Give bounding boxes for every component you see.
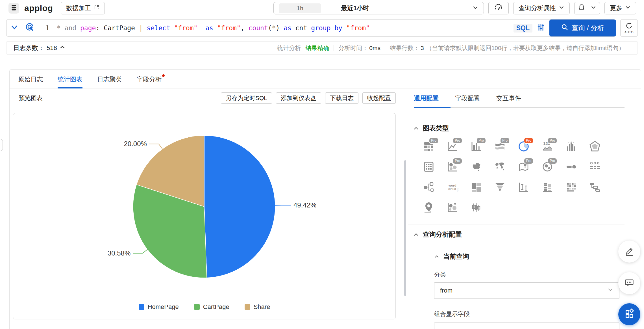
limit-note: （当前请求默认限制返回100行，若要获取更多结果，请自行添加limit语句） <box>426 44 625 52</box>
tab-raw-logs[interactable]: 原始日志 <box>18 75 43 88</box>
chart-type-histogram-icon[interactable] <box>565 140 578 153</box>
chart-type-word-cloud-icon[interactable]: wordcloud123 <box>446 181 459 194</box>
vertical-scrollbar[interactable] <box>404 160 406 296</box>
log-count-toggle[interactable]: 日志条数： 518 <box>13 44 66 52</box>
chart-type-bubble-icon[interactable] <box>446 201 459 214</box>
feedback-edit-fab[interactable] <box>618 241 640 263</box>
chart-type-number-icon[interactable]: 123Pro <box>541 140 554 153</box>
chart-type-bar-icon[interactable]: Pro <box>470 140 483 153</box>
chart-type-table-icon[interactable]: Pro <box>422 140 435 153</box>
pro-badge: Pro <box>524 158 534 164</box>
tab-general-config[interactable]: 通用配置 <box>414 94 439 107</box>
divider <box>588 5 588 11</box>
chevron-down-icon[interactable] <box>591 5 596 12</box>
chart-type-flow-icon[interactable]: Pro <box>493 140 506 153</box>
pro-badge: Pro <box>500 137 510 144</box>
legend-item-HomePage[interactable]: HomePage <box>139 303 179 311</box>
svg-text:word: word <box>448 184 456 187</box>
auto-refresh-button[interactable]: AUTO <box>620 19 638 37</box>
analysis-label: 统计分析 <box>277 44 301 52</box>
pencil-icon <box>624 245 635 258</box>
chart-type-section-header: 图表类型 <box>413 124 641 133</box>
chart-type-topology-icon[interactable] <box>422 181 435 194</box>
combo-fields-select[interactable] <box>434 322 619 329</box>
chart-type-china-map-icon[interactable] <box>470 160 483 173</box>
result-rows-label: 结果行数： <box>390 44 419 52</box>
chart-type-heatmap-icon[interactable] <box>565 181 578 194</box>
click-analysis-button[interactable] <box>22 20 38 36</box>
pro-badge: Pro <box>429 137 439 144</box>
chart-type-dag-icon[interactable] <box>588 160 601 173</box>
tab-log-clustering[interactable]: 日志聚类 <box>97 75 122 88</box>
content-split: 预览图表 另存为定时SQL 添加到仪表盘 下载日志 收起配置 49.42%30.… <box>10 88 641 329</box>
pie-slice-HomePage[interactable] <box>204 135 275 278</box>
tab-field-analysis[interactable]: 字段分析 <box>137 75 162 88</box>
more-button[interactable]: 更多 <box>604 2 636 14</box>
accuracy-badge: 结果精确 <box>305 44 329 52</box>
chart-type-location-icon[interactable] <box>422 201 435 214</box>
query-expand-button[interactable] <box>6 20 22 36</box>
result-tabs: 原始日志 统计图表 日志聚类 字段分析 <box>10 70 641 88</box>
support-chat-fab[interactable] <box>618 272 640 294</box>
data-processing-button[interactable]: 数据加工 <box>61 2 105 14</box>
query-analysis-attrs-button[interactable]: 查询分析属性 <box>513 2 570 14</box>
chart-type-candle-icon[interactable] <box>470 201 483 214</box>
log-count-value: 518 <box>47 44 57 52</box>
legend-item-Share[interactable]: Share <box>245 303 270 311</box>
query-editor[interactable]: 1 * and page: CartPage | select "from" a… <box>38 20 509 36</box>
chart-type-amap-icon[interactable]: Pro <box>541 160 554 173</box>
pro-badge: Pro <box>547 137 557 144</box>
category-label: 分类 <box>434 270 641 278</box>
chart-type-radar-icon[interactable] <box>588 140 601 153</box>
tab-statistics-chart[interactable]: 统计图表 <box>58 75 82 88</box>
legend-item-CartPage[interactable]: CartPage <box>194 303 229 311</box>
chart-type-line-icon[interactable]: Pro <box>446 140 459 153</box>
save-as-scheduled-sql-button[interactable]: 另存为定时SQL <box>221 92 272 104</box>
chevron-down-icon <box>607 287 613 295</box>
apps-widgets-fab[interactable] <box>618 303 640 325</box>
chart-type-whisker-icon[interactable] <box>517 181 530 194</box>
chevron-up-icon <box>59 44 66 52</box>
logstore-logo <box>8 3 19 14</box>
chart-type-treemap-icon[interactable] <box>470 181 483 194</box>
pro-badge: Pro <box>476 137 486 144</box>
analysis-time-value: 0ms <box>369 45 380 51</box>
analysis-stats: 统计分析 结果精确 分析时间： 0ms 结果行数： 3 （当前请求默认限制返回1… <box>277 44 631 52</box>
left-panel-handle[interactable] <box>0 139 3 151</box>
collapse-chevron-icon[interactable] <box>413 232 419 237</box>
chart-type-columns-icon[interactable] <box>541 181 554 194</box>
category-select[interactable]: from <box>434 282 619 299</box>
external-link-icon <box>94 5 99 12</box>
chart-type-funnel-icon[interactable] <box>493 181 506 194</box>
chevron-down-icon <box>472 5 478 12</box>
chart-type-tree-icon[interactable] <box>588 181 601 194</box>
download-logs-button[interactable]: 下载日志 <box>325 92 358 104</box>
tab-interaction-events[interactable]: 交互事件 <box>496 94 521 107</box>
pie-chart[interactable]: 49.42%30.58%20.00% <box>13 113 395 319</box>
add-to-dashboard-button[interactable]: 添加到仪表盘 <box>276 92 321 104</box>
chart-type-world-map-icon[interactable] <box>493 160 506 173</box>
preview-chart-label: 预览图表 <box>19 94 43 102</box>
sliders-icon[interactable] <box>537 23 545 33</box>
collapse-chevron-icon[interactable] <box>434 254 439 259</box>
time-range-select[interactable]: 1h 最近1小时 <box>273 2 484 14</box>
topbar: applog 数据加工 1h 最近1小时 查询分析属性 更多 <box>0 0 644 16</box>
collapse-config-button[interactable]: 收起配置 <box>362 92 396 104</box>
divider <box>334 45 334 51</box>
pro-badge: Pro <box>547 158 557 164</box>
query-bar: 1 * and page: CartPage | select "from" a… <box>6 19 616 37</box>
sql-mode-toggle[interactable]: SQL <box>514 24 532 33</box>
chevron-down-icon <box>625 5 631 12</box>
chart-type-scatter-icon[interactable]: Pro <box>446 160 459 173</box>
database-icon <box>10 4 18 12</box>
chart-type-progress-icon[interactable] <box>565 160 578 173</box>
chart-type-matrix-icon[interactable] <box>422 160 435 173</box>
collapse-chevron-icon[interactable] <box>413 125 419 131</box>
alerts-split-button[interactable] <box>574 2 600 14</box>
tab-field-config[interactable]: 字段配置 <box>455 94 480 107</box>
run-query-button[interactable]: 查询 / 分析 <box>549 20 616 36</box>
monitor-gauge-button[interactable] <box>488 2 509 14</box>
chart-type-map-pin-icon[interactable]: Pro <box>517 160 530 173</box>
chevron-down-icon <box>559 5 564 12</box>
chart-type-pie-icon[interactable]: Pro <box>517 140 530 153</box>
